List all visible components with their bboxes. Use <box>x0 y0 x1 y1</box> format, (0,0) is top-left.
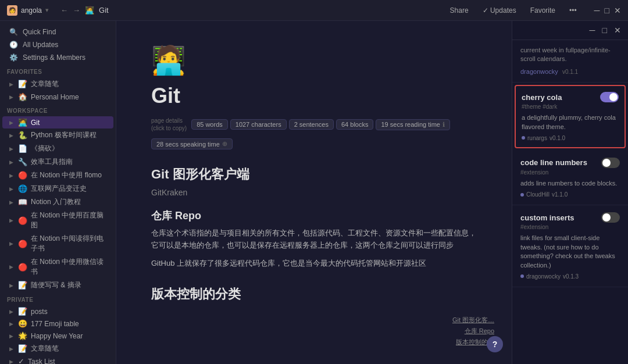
main-layout: 🔍 Quick Find 🕐 All Updates ⚙️ Settings &… <box>0 21 628 364</box>
characters-value: 1027 characters <box>236 121 281 128</box>
sidebar-item-notes[interactable]: ▶ 📝 随便写写 & 摘录 <box>2 279 113 292</box>
nav-forward[interactable]: → <box>73 6 80 15</box>
author-dot-icon <box>520 274 524 278</box>
wechat-icon: 🔴 <box>18 263 27 272</box>
stat-words[interactable]: 85 words <box>191 119 228 130</box>
sidebar-item-baidu[interactable]: ▶ 🔴 在 Notion 中使用百度脑图 <box>2 209 113 232</box>
chevron-icon: ▶ <box>9 186 13 192</box>
updates-icon: 🕐 <box>9 41 18 49</box>
sidebar-item-git[interactable]: ▶ 🧑‍💻 Git <box>2 116 113 129</box>
chevron-icon: ▶ <box>9 283 13 288</box>
sidebar-item-tasklist[interactable]: ▶ ✓ Task List <box>2 355 113 364</box>
section3-heading: 版本控制的分类 <box>151 286 477 303</box>
favorites-1-icon: 🏠 <box>18 92 27 101</box>
section2-body2: GitHub 上就保存了很多远程代码仓库，它也是当今最大的代码托管网站和开源社区 <box>151 258 477 270</box>
internet-icon: 🌐 <box>18 184 27 193</box>
stat-sentences[interactable]: 2 sentences <box>289 119 334 130</box>
sidebar-item-posts[interactable]: ▶ 📝 posts <box>2 305 113 317</box>
posts-label: posts <box>31 308 109 316</box>
chevron-icon: ▶ <box>9 217 13 223</box>
blocks-value: 64 blocks <box>341 121 368 128</box>
nav-back[interactable]: ← <box>60 6 68 15</box>
page-stats-bar: page details (click to copy) 85 words 10… <box>151 117 477 131</box>
share-button[interactable]: Share <box>447 5 472 16</box>
tasklist-label: Task List <box>28 358 109 365</box>
zhaikan-icon: 📄 <box>18 144 27 153</box>
dedao-icon: 🔴 <box>18 240 27 248</box>
notion-tutorial-label: Notion 入门教程 <box>31 197 109 207</box>
prev-plugin-version: v0.1.1 <box>562 69 578 75</box>
sidebar-item-internet[interactable]: ▶ 🌐 互联网产品变迁史 <box>2 182 113 195</box>
panel-close-icon[interactable]: ✕ <box>613 24 622 36</box>
plugin-custom-inserts[interactable]: custom inserts #extension link files for… <box>512 205 628 287</box>
stat-reading-time[interactable]: 19 secs reading time ℹ <box>376 119 450 130</box>
chevron-icon: ▶ <box>9 359 13 365</box>
favorite-button[interactable]: Favorite <box>527 5 559 16</box>
sidebar-item-notion-tutorial[interactable]: ▶ 📖 Notion 入门教程 <box>2 195 113 209</box>
plugin-code-line-numbers[interactable]: code line numbers #extension adds line n… <box>512 151 628 205</box>
speaking-time-badge[interactable]: 28 secs speaking time ⊕ <box>151 138 233 149</box>
cherry-cola-version: v0.1.0 <box>550 135 565 141</box>
chevron-icon: ▶ <box>9 159 13 165</box>
sidebar-item-favorites-0[interactable]: ▶ 📝 文章随笔 <box>2 77 113 91</box>
stats-copy-label: (click to copy) <box>151 125 187 131</box>
code-line-name-row: code line numbers <box>520 158 620 168</box>
sidebar-item-all-updates[interactable]: 🕐 All Updates <box>2 38 113 51</box>
notion-tutorial-icon: 📖 <box>18 198 27 206</box>
cherry-cola-toggle[interactable] <box>600 92 619 102</box>
updates-button[interactable]: ✓ Updates <box>479 5 520 16</box>
sidebar-item-dedao[interactable]: ▶ 🔴 在 Notion 中阅读得到电子书 <box>2 232 113 255</box>
speaking-time-value: 28 secs speaking time <box>156 141 220 148</box>
prev-plugin-desc: current week in fullpage/infinite-scroll… <box>520 47 611 62</box>
close-button[interactable]: ✕ <box>614 6 621 15</box>
panel-maximize-icon[interactable]: □ <box>601 24 608 36</box>
sidebar-item-settings[interactable]: ⚙️ Settings & Members <box>2 51 113 64</box>
custom-inserts-toggle[interactable] <box>601 212 620 223</box>
custom-inserts-tag: #extension <box>520 224 620 230</box>
sidebar-item-writing[interactable]: ▶ 📝 文章随笔 <box>2 342 113 355</box>
stat-characters[interactable]: 1027 characters <box>230 119 287 130</box>
code-line-name: code line numbers <box>520 158 587 167</box>
custom-inserts-version: v0.1.3 <box>563 273 579 280</box>
writing-label: 文章随笔 <box>31 344 109 354</box>
sidebar-item-favorites-1[interactable]: ▶ 🏠 Personal Home <box>2 91 113 103</box>
sidebar-item-zhaikan[interactable]: ▶ 📄 《摘砍》 <box>2 142 113 155</box>
chevron-icon: ▶ <box>9 120 13 126</box>
workspace-info: 🧑 angola ▾ <box>7 5 49 16</box>
favorites-0-label: 文章随笔 <box>31 79 109 89</box>
dedao-label: 在 Notion 中阅读得到电子书 <box>31 234 109 254</box>
sidebar-item-wechat[interactable]: ▶ 🔴 在 Notion 中使用微信读书 <box>2 255 113 279</box>
sidebar-item-newyear[interactable]: ▶ 🌟 Happy New Year <box>2 330 113 342</box>
writing-icon: 📝 <box>18 344 27 353</box>
notes-icon: 📝 <box>18 281 27 290</box>
sidebar-item-quick-find[interactable]: 🔍 Quick Find <box>2 26 113 38</box>
sidebar-item-tools[interactable]: ▶ 🔧 效率工具指南 <box>2 155 113 169</box>
internet-label: 互联网产品变迁史 <box>31 184 109 194</box>
help-button[interactable]: ? <box>487 336 503 352</box>
minimize-button[interactable]: ─ <box>594 6 600 15</box>
private-section-label: PRIVATE <box>0 292 116 305</box>
section1-subtitle: GitKraken <box>151 188 477 197</box>
python-icon: 🐍 <box>18 131 27 140</box>
plugin-panel-header: ─ □ ✕ <box>512 21 628 40</box>
code-line-toggle[interactable] <box>601 158 620 168</box>
cherry-cola-tag: #theme #dark <box>522 104 619 110</box>
plugin-cherry-cola[interactable]: cherry cola #theme #dark a delightfully … <box>515 85 626 148</box>
sidebar-item-emoji[interactable]: ▶ 😀 177 Emoji table <box>2 317 113 330</box>
favorites-section-label: FAVORITES <box>0 64 116 77</box>
sidebar-item-flomo[interactable]: ▶ 🔴 在 Notion 中使用 flomo <box>2 169 113 182</box>
page-icon-small: 🧑‍💻 <box>85 6 94 15</box>
custom-inserts-name: custom inserts <box>520 213 574 222</box>
cherry-cola-author: runargs v0.1.0 <box>522 135 619 141</box>
maximize-button[interactable]: □ <box>605 6 609 15</box>
panel-minimize-icon[interactable]: ─ <box>588 24 597 36</box>
more-button[interactable]: ••• <box>566 5 580 16</box>
baidu-icon: 🔴 <box>18 216 27 225</box>
code-line-author: CloudHill v1.1.0 <box>520 191 620 198</box>
stat-blocks[interactable]: 64 blocks <box>336 119 373 130</box>
bottom-link-1[interactable]: 仓库 Repo <box>452 327 494 336</box>
settings-icon: ⚙️ <box>9 53 18 62</box>
newyear-icon: 🌟 <box>18 331 27 340</box>
sidebar-item-python[interactable]: ▶ 🐍 Python 极客时间课程 <box>2 129 113 142</box>
bottom-link-0[interactable]: Git 图形化客… <box>452 316 494 324</box>
